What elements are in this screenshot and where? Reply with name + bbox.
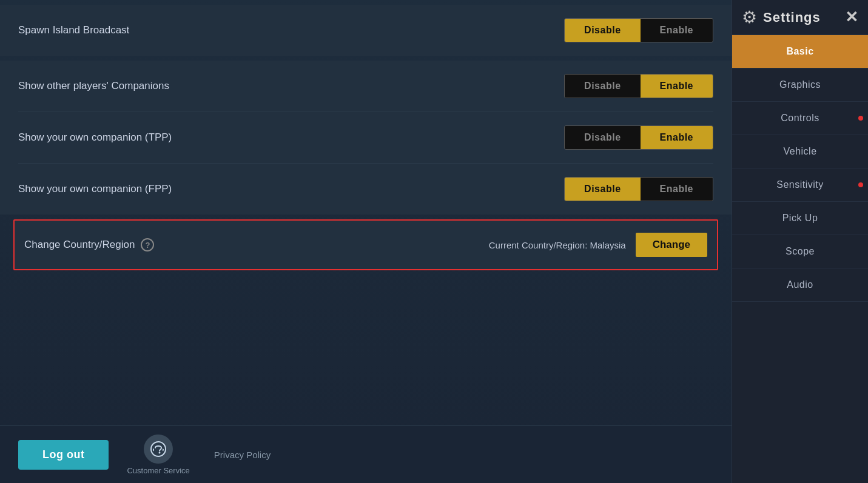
spawn-broadcast-disable-btn[interactable]: Disable bbox=[565, 19, 640, 42]
nav-item-pickup[interactable]: Pick Up bbox=[732, 202, 868, 235]
settings-panel: ⚙ Settings ✕ Basic Graphics Controls Veh… bbox=[732, 0, 868, 483]
other-companions-row: Show other players' Companions Disable E… bbox=[18, 61, 713, 112]
gear-icon: ⚙ bbox=[742, 7, 757, 27]
settings-title: Settings bbox=[763, 10, 821, 25]
own-companion-tpp-disable-btn[interactable]: Disable bbox=[565, 126, 640, 149]
nav-item-sensitivity[interactable]: Sensitivity bbox=[732, 168, 868, 202]
own-companion-tpp-enable-btn[interactable]: Enable bbox=[641, 126, 713, 149]
settings-header: ⚙ Settings ✕ bbox=[732, 0, 868, 35]
nav-item-controls[interactable]: Controls bbox=[732, 102, 868, 135]
other-companions-enable-btn[interactable]: Enable bbox=[641, 75, 713, 98]
other-companions-disable-btn[interactable]: Disable bbox=[565, 75, 640, 98]
close-icon[interactable]: ✕ bbox=[845, 8, 858, 27]
own-companion-fpp-row: Show your own companion (FPP) Disable En… bbox=[18, 164, 713, 215]
nav-item-audio[interactable]: Audio bbox=[732, 268, 868, 302]
own-companion-fpp-disable-btn[interactable]: Disable bbox=[565, 178, 640, 201]
companions-section: Show other players' Companions Disable E… bbox=[0, 61, 732, 215]
country-label: Change Country/Region bbox=[24, 239, 135, 251]
country-section: Change Country/Region ? Current Country/… bbox=[0, 219, 732, 270]
country-left: Change Country/Region ? bbox=[24, 238, 154, 251]
country-row: Change Country/Region ? Current Country/… bbox=[13, 219, 718, 270]
privacy-policy-link[interactable]: Privacy Policy bbox=[214, 450, 271, 460]
own-companion-tpp-toggle: Disable Enable bbox=[564, 125, 713, 150]
settings-title-group: ⚙ Settings bbox=[742, 7, 821, 27]
nav-item-vehicle[interactable]: Vehicle bbox=[732, 135, 868, 168]
spawn-broadcast-label: Spawn Island Broadcast bbox=[18, 24, 129, 36]
help-icon[interactable]: ? bbox=[141, 238, 154, 251]
spawn-broadcast-enable-btn[interactable]: Enable bbox=[641, 19, 713, 42]
logout-button[interactable]: Log out bbox=[18, 440, 109, 470]
other-companions-label: Show other players' Companions bbox=[18, 80, 169, 92]
nav-item-graphics[interactable]: Graphics bbox=[732, 68, 868, 102]
spawn-section: Spawn Island Broadcast Disable Enable bbox=[0, 5, 732, 56]
own-companion-fpp-label: Show your own companion (FPP) bbox=[18, 183, 172, 195]
svg-point-1 bbox=[159, 451, 161, 453]
own-companion-fpp-enable-btn[interactable]: Enable bbox=[641, 178, 713, 201]
other-companions-toggle: Disable Enable bbox=[564, 74, 713, 98]
current-country-text: Current Country/Region: Malaysia bbox=[489, 240, 626, 250]
own-companion-fpp-toggle: Disable Enable bbox=[564, 177, 713, 201]
spawn-broadcast-toggle: Disable Enable bbox=[564, 18, 713, 42]
customer-service-label: Customer Service bbox=[127, 466, 189, 475]
customer-service-icon bbox=[144, 435, 173, 464]
nav-item-basic[interactable]: Basic bbox=[732, 35, 868, 68]
spawn-broadcast-row: Spawn Island Broadcast Disable Enable bbox=[18, 5, 713, 56]
customer-service-button[interactable]: Customer Service bbox=[127, 435, 189, 475]
bottom-bar: Log out Customer Service Privacy Policy bbox=[0, 425, 732, 483]
own-companion-tpp-row: Show your own companion (TPP) Disable En… bbox=[18, 112, 713, 164]
change-country-button[interactable]: Change bbox=[636, 233, 707, 257]
nav-item-scope[interactable]: Scope bbox=[732, 235, 868, 268]
country-right: Current Country/Region: Malaysia Change bbox=[489, 233, 707, 257]
own-companion-tpp-label: Show your own companion (TPP) bbox=[18, 132, 172, 144]
main-content: Spawn Island Broadcast Disable Enable Sh… bbox=[0, 0, 732, 483]
